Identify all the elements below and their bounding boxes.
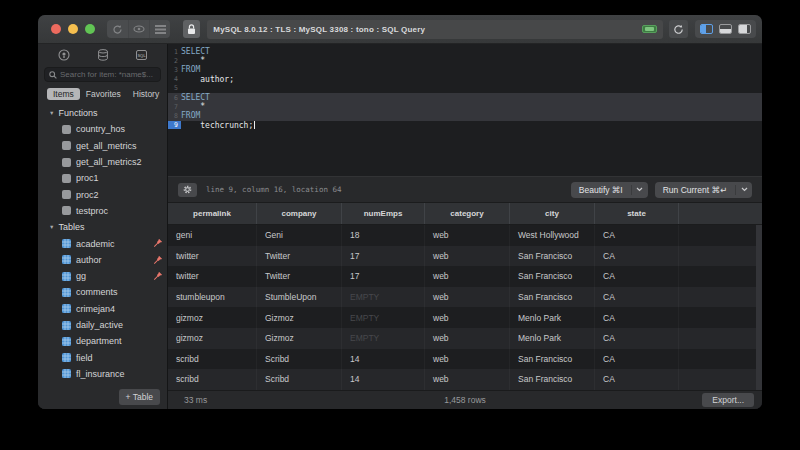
sidebar-item-comments[interactable]: comments [38,284,167,300]
cell-numEmps[interactable]: 14 [342,369,425,390]
cell-company[interactable]: StumbleUpon [257,287,342,308]
close-button[interactable] [51,24,61,34]
cell-numEmps[interactable]: EMPTY [342,307,425,328]
column-header-company[interactable]: company [257,203,342,224]
cell-state[interactable]: CA [595,307,679,328]
code-line[interactable]: 6SELECT [168,93,762,102]
cell-category[interactable]: web [425,307,510,328]
column-header-numEmps[interactable]: numEmps [342,203,425,224]
cell-numEmps[interactable]: EMPTY [342,287,425,308]
section-header-tables[interactable]: ▼Tables [38,219,167,235]
cell-state[interactable]: CA [595,328,679,349]
results-scrollbar[interactable] [756,225,762,390]
sidebar-item-daily_active[interactable]: daily_active [38,317,167,333]
code-line[interactable]: 4 author; [168,75,762,84]
cell-city[interactable]: San Francisco [510,266,595,287]
sidebar-item-field[interactable]: field [38,349,167,365]
cell-city[interactable]: West Hollywood [510,225,595,246]
cell-permalink[interactable]: twitter [168,266,257,287]
column-header-category[interactable]: category [425,203,510,224]
export-button[interactable]: Export... [702,393,754,407]
cell-state[interactable]: CA [595,225,679,246]
cell-state[interactable]: CA [595,369,679,390]
table-row[interactable]: geniGeni18webWest HollywoodCA [168,225,762,246]
cell-permalink[interactable]: twitter [168,246,257,267]
table-row[interactable]: scribdScribd14webSan FranciscoCA [168,349,762,370]
cell-numEmps[interactable]: 17 [342,266,425,287]
cell-numEmps[interactable]: EMPTY [342,328,425,349]
cell-permalink[interactable]: geni [168,225,257,246]
cell-company[interactable]: Geni [257,225,342,246]
add-table-button[interactable]: + Table [119,389,161,405]
cell-permalink[interactable]: scribd [168,369,257,390]
refresh-button[interactable] [669,20,688,38]
cell-city[interactable]: Menlo Park [510,307,595,328]
cell-permalink[interactable]: gizmoz [168,328,257,349]
cell-numEmps[interactable]: 18 [342,225,425,246]
sidebar-item-department[interactable]: department [38,333,167,349]
sidebar-item-get_all_metrics2[interactable]: get_all_metrics2 [38,154,167,170]
code-line[interactable]: 7 * [168,102,762,111]
sidebar-item-proc2[interactable]: proc2 [38,186,167,202]
editor-settings-button[interactable] [178,183,197,197]
table-row[interactable]: twitterTwitter17webSan FranciscoCA [168,246,762,267]
minimize-button[interactable] [68,24,78,34]
cell-category[interactable]: web [425,225,510,246]
bottom-panel-toggle[interactable] [716,20,735,38]
cell-city[interactable]: San Francisco [510,287,595,308]
sidebar-item-fl_insurance[interactable]: fl_insurance [38,366,167,382]
circular-arrow-icon[interactable] [107,20,128,38]
sidebar-item-get_all_metrics[interactable]: get_all_metrics [38,138,167,154]
cell-category[interactable]: web [425,266,510,287]
beautify-button[interactable]: Beautify ⌘I [571,182,648,198]
sidebar-item-author[interactable]: author [38,252,167,268]
column-header-city[interactable]: city [510,203,595,224]
cell-category[interactable]: web [425,246,510,267]
table-row[interactable]: stumbleuponStumbleUponEMPTYwebSan Franci… [168,287,762,308]
cell-company[interactable]: Twitter [257,246,342,267]
tab-favorites[interactable]: Favorites [80,88,127,100]
sql-editor[interactable]: 1SELECT2 *3FROM4 author;56SELECT7 *8FROM… [168,44,762,176]
zoom-button[interactable] [85,24,95,34]
cell-state[interactable]: CA [595,287,679,308]
run-current-button[interactable]: Run Current ⌘↵ [655,182,752,198]
code-line[interactable]: 1SELECT [168,47,762,56]
eye-icon[interactable] [128,20,149,38]
code-line[interactable]: 9 techcrunch; [168,121,762,130]
table-row[interactable]: gizmozGizmozEMPTYwebMenlo ParkCA [168,328,762,349]
tab-history[interactable]: History [127,88,165,100]
cell-permalink[interactable]: scribd [168,349,257,370]
cell-category[interactable]: web [425,287,510,308]
lock-button[interactable] [183,20,200,38]
code-line[interactable]: 8FROM [168,111,762,120]
search-input[interactable]: Search for item: *name$... [44,67,161,82]
chevron-down-icon[interactable] [632,187,648,192]
cell-city[interactable]: San Francisco [510,369,595,390]
right-panel-toggle[interactable] [735,20,754,38]
table-row[interactable]: gizmozGizmozEMPTYwebMenlo ParkCA [168,307,762,328]
cell-permalink[interactable]: stumbleupon [168,287,257,308]
cell-category[interactable]: web [425,349,510,370]
code-line[interactable]: 5 [168,84,762,93]
cell-city[interactable]: San Francisco [510,246,595,267]
cell-state[interactable]: CA [595,349,679,370]
sidebar-item-proc1[interactable]: proc1 [38,170,167,186]
cell-city[interactable]: Menlo Park [510,328,595,349]
sidebar-item-academic[interactable]: academic [38,235,167,251]
code-line[interactable]: 2 * [168,56,762,65]
table-row[interactable]: twitterTwitter17webSan FranciscoCA [168,266,762,287]
cell-company[interactable]: Gizmoz [257,328,342,349]
cell-state[interactable]: CA [595,246,679,267]
cell-company[interactable]: Scribd [257,369,342,390]
sidebar-item-gg[interactable]: gg [38,268,167,284]
sidebar-item-crimejan4[interactable]: crimejan4 [38,301,167,317]
column-header-state[interactable]: state [595,203,679,224]
section-header-functions[interactable]: ▼Functions [38,105,167,121]
cell-numEmps[interactable]: 17 [342,246,425,267]
code-line[interactable]: 3FROM [168,65,762,74]
cell-company[interactable]: Scribd [257,349,342,370]
cell-numEmps[interactable]: 14 [342,349,425,370]
cell-company[interactable]: Twitter [257,266,342,287]
cell-state[interactable]: CA [595,266,679,287]
column-header-permalink[interactable]: permalink [168,203,257,224]
